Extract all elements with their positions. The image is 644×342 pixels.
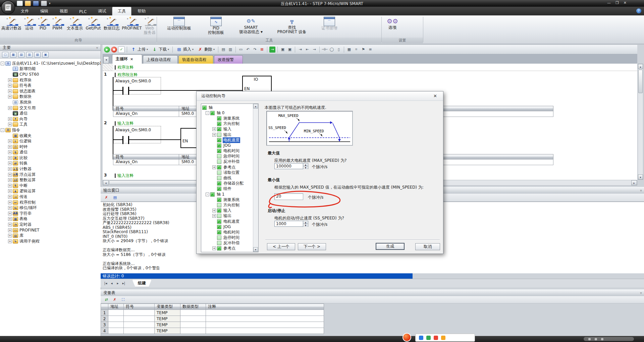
expander-icon[interactable]: - — [206, 193, 209, 196]
expander-icon[interactable]: + — [8, 178, 12, 182]
prev-tab-icon[interactable]: ◂ — [109, 281, 114, 285]
ime-toolbar[interactable] — [415, 334, 475, 342]
tree-item-比较[interactable]: +≷比较 — [0, 155, 101, 161]
expander-icon[interactable]: + — [8, 234, 12, 237]
tree-item-中断[interactable]: +↯中断 — [0, 183, 101, 189]
tree-item-时钟[interactable]: +◷时钟 — [0, 144, 101, 150]
ribbon-button-SMART驱动器组态[interactable]: ⚙✎SMART 驱动器组态 ▾ — [231, 16, 270, 37]
variable-table[interactable]: 地址符号变量类型数据类型注释1TEMP2TEMP3TEMP4TEMP — [101, 303, 324, 334]
variable-row[interactable]: 4TEMP — [101, 328, 324, 334]
ribbon-button-PID[interactable]: ✦+▁▃▁▃✦PID — [36, 16, 50, 37]
checkbox-checked[interactable]: ✓ — [217, 208, 221, 213]
menu-item-视图[interactable]: 视图 — [54, 7, 73, 15]
tab-改造报警[interactable]: 改造报警 — [214, 55, 243, 64]
bookmark-icon[interactable]: ⚑ — [360, 47, 366, 53]
expander-icon[interactable]: + — [8, 195, 12, 199]
tree-item-计数器[interactable]: ++1计数器 — [0, 166, 101, 172]
ribbon-button-PWM[interactable]: ✦+▁▃▁▃✦PWM — [50, 16, 65, 37]
tab-scroll-left-icon[interactable]: ◂ — [103, 56, 109, 64]
expander-icon[interactable]: + — [8, 139, 12, 143]
expander-icon[interactable]: + — [212, 127, 216, 131]
checkbox-checked[interactable]: ✓ — [217, 230, 221, 234]
ribbon-button-PID控制面板[interactable]: ∿PID 控制面板 — [201, 16, 231, 37]
checkbox-checked[interactable]: ✓ — [217, 225, 221, 229]
checkbox-checked[interactable]: ✓ — [217, 165, 221, 169]
run-icon[interactable]: ▶ — [104, 47, 110, 53]
expander-icon[interactable]: + — [8, 156, 12, 160]
system-tray[interactable] — [584, 337, 634, 341]
checkbox-unchecked[interactable] — [217, 235, 221, 240]
spinner-icon[interactable]: ▲▼ — [303, 163, 308, 169]
dialog-close-icon[interactable]: ✕ — [432, 93, 438, 98]
view-communications-icon[interactable]: ▣ — [42, 52, 49, 58]
tree-item-通信[interactable]: ▣通信 — [0, 111, 101, 116]
wizard-tree-item-电机时间[interactable]: ✓电机时间 — [201, 229, 258, 235]
expander-icon[interactable]: + — [8, 212, 12, 215]
tree-item-库[interactable]: +▤库 — [0, 233, 101, 238]
branch-up-icon[interactable]: ⇤ — [304, 47, 310, 53]
delete-button[interactable]: ✗删除▾ — [196, 46, 216, 53]
tree-item-整数运算[interactable]: +±I整数运算 — [0, 177, 101, 183]
checkbox-unchecked[interactable] — [217, 252, 221, 252]
tray-icon[interactable] — [588, 338, 591, 340]
wizard-tree-item-反冲补偿[interactable]: 反冲补偿 — [201, 241, 258, 246]
expander-icon[interactable]: + — [212, 247, 216, 250]
wizard-tree-item-电机速度[interactable]: ✓电机速度 — [201, 219, 258, 224]
ime-icon[interactable] — [419, 336, 423, 340]
wizard-tree-item-输出[interactable]: +输出 — [201, 132, 258, 137]
tree-item-传送[interactable]: +→传送 — [0, 194, 101, 200]
checkbox-checked[interactable]: ✓ — [217, 149, 221, 153]
tree-item-PROFINET[interactable]: +▭PROFINET — [0, 227, 101, 233]
expander-icon[interactable]: + — [212, 214, 216, 218]
view-cross-reference-icon[interactable]: ▧ — [34, 52, 41, 58]
expander-icon[interactable]: + — [8, 95, 12, 98]
download-button[interactable]: ↓下载▾ — [150, 46, 170, 53]
cancel-button[interactable]: 取消 — [415, 243, 440, 250]
ribbon-button-查找PROFINET 设备[interactable]: ╦查找 PROFINET 设备 — [270, 16, 313, 37]
checkbox-checked[interactable]: ✓ — [217, 122, 221, 126]
insert-contact-icon[interactable]: ⊣⊢ — [322, 47, 328, 53]
next-button[interactable]: 下一个 > — [298, 243, 326, 250]
tab-主循环[interactable]: 主循环× — [112, 54, 142, 64]
variable-row[interactable]: 1TEMP — [101, 310, 324, 316]
tree-item-压合机V11.41- (C:\Users\zuowei_liu\Desktop)[interactable]: -⧉压合机V11.41- (C:\Users\zuowei_liu\Deskto… — [0, 61, 101, 66]
wizard-tree-item-曲线[interactable]: 曲线 — [201, 175, 258, 181]
expander-icon[interactable]: + — [8, 167, 12, 171]
wizard-tree-item-参考点[interactable]: +✓参考点 — [201, 164, 258, 170]
tree-item-交叉引用[interactable]: +交叉引用 — [0, 105, 101, 111]
ime-icon[interactable] — [441, 336, 445, 340]
maximize-button[interactable]: ❐ — [615, 1, 619, 5]
upload-button[interactable]: ↑上传▾ — [129, 46, 149, 53]
expander-icon[interactable]: + — [212, 165, 216, 169]
export-output-icon[interactable]: ▤ — [112, 195, 118, 201]
menu-item-文件[interactable]: 文件 — [15, 7, 34, 15]
clear-output-icon[interactable]: ✗ — [103, 195, 109, 201]
checkbox-checked[interactable]: ✓ — [217, 138, 221, 142]
tree-item-工具[interactable]: +工具 — [0, 122, 101, 128]
wizard-tree-item-输入[interactable]: +✓输入 — [201, 127, 258, 132]
checkbox-checked[interactable]: ✓ — [217, 198, 221, 202]
wizard-tree-item-JOG[interactable]: ✓JOG — [201, 143, 258, 148]
lock-add-icon[interactable]: ▣ — [287, 47, 293, 53]
checkbox-checked[interactable]: ✓ — [217, 181, 221, 186]
tree-item-浮点运算[interactable]: +±R浮点运算 — [0, 172, 101, 178]
max-speed-input[interactable]: 100000 ▲▼ — [274, 163, 308, 169]
delete-element-icon[interactable]: ⊠ — [259, 47, 265, 53]
next-tab-icon[interactable]: ▸ — [115, 281, 120, 285]
program-comment[interactable]: 程序注释 — [115, 65, 133, 70]
wizard-tree-item-JOG[interactable]: ✓JOG — [201, 224, 258, 229]
pou-window-icon[interactable]: ▤ — [220, 47, 226, 53]
expander-icon[interactable]: - — [1, 62, 4, 65]
wizard-tree-item-读取位置[interactable]: 读取位置 — [201, 170, 258, 175]
ime-icon[interactable] — [434, 336, 438, 340]
delete-row-icon[interactable]: ✗ — [112, 297, 118, 303]
panel-pin-icon[interactable]: ▿ — [640, 291, 642, 295]
wizard-tree-item-方向控制[interactable]: 方向控制 — [201, 202, 258, 208]
ime-logo-icon[interactable] — [402, 333, 411, 342]
ribbon-button-运动控制面板[interactable]: ⌒运动控制面板 — [158, 16, 201, 37]
wizard-tree-item-参考点[interactable]: +✓参考点 — [201, 246, 258, 251]
tab-build[interactable]: 组建 — [132, 280, 152, 287]
wizard-tree-item-急停时间[interactable]: 急停时间 — [201, 235, 258, 241]
tree-item-状态图表[interactable]: +状态图表 — [0, 88, 101, 94]
panel-pin-icon[interactable]: ▿ — [640, 189, 642, 192]
